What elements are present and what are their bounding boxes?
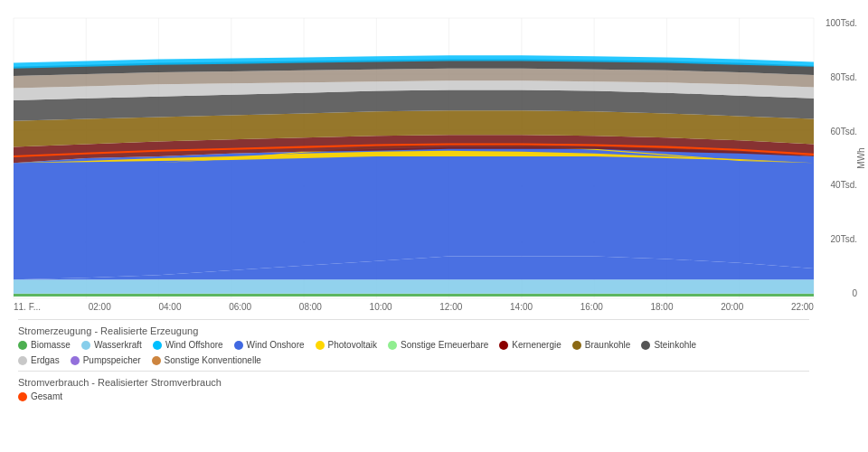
y-label-20: 20Tsd. (826, 234, 857, 244)
pumpspeicher-dot (71, 356, 80, 365)
legend-item-gesamt: Gesamt (18, 391, 62, 401)
generation-legend-items-row2: Erdgas Pumpspeicher Sonstige Konventione… (18, 355, 809, 365)
wasserkraft-dot (81, 341, 90, 350)
biomasse-dot (18, 341, 27, 350)
x-label-6: 12:00 (439, 302, 462, 312)
kernenergie-label: Kernenergie (512, 340, 561, 350)
biomasse-label: Biomasse (31, 340, 71, 350)
consumption-legend-items: Gesamt (18, 391, 809, 401)
legend-item-wind-onshore: Wind Onshore (234, 340, 305, 350)
x-label-10: 20:00 (721, 302, 743, 312)
kernenergie-dot (499, 341, 508, 350)
braunkohle-dot (572, 341, 581, 350)
y-label-40: 40Tsd. (826, 180, 857, 190)
x-label-7: 14:00 (510, 302, 533, 312)
x-axis: 11. F... 02:00 04:00 06:00 08:00 10:00 1… (14, 302, 814, 312)
legend-item-kernenergie: Kernenergie (499, 340, 561, 350)
photovoltaik-dot (316, 341, 325, 350)
x-label-3: 06:00 (229, 302, 251, 312)
braunkohle-label: Braunkohle (585, 340, 631, 350)
sonstige-konventionelle-dot (152, 356, 161, 365)
sonstige-erneuerbare-label: Sonstige Erneuerbare (401, 340, 488, 350)
steinkohle-dot (641, 341, 650, 350)
y-label-100: 100Tsd. (826, 18, 857, 28)
x-label-5: 10:00 (370, 302, 392, 312)
legend-item-steinkohle: Steinkohle (641, 340, 696, 350)
svg-marker-18 (14, 294, 814, 297)
y-axis: 100Tsd. 80Tsd. 60Tsd. 40Tsd. 20Tsd. 0 (826, 18, 857, 298)
y-label-60: 60Tsd. (826, 127, 857, 137)
erdgas-dot (18, 356, 27, 365)
legend-item-sonstige-erneuerbare: Sonstige Erneuerbare (388, 340, 488, 350)
legend-item-braunkohle: Braunkohle (572, 340, 631, 350)
legend-divider (18, 319, 809, 320)
wind-offshore-dot (153, 341, 162, 350)
x-label-9: 18:00 (650, 302, 673, 312)
svg-marker-19 (14, 279, 814, 294)
x-label-2: 04:00 (158, 302, 181, 312)
y-axis-unit: MWh (856, 147, 866, 168)
chart-container: 100Tsd. 80Tsd. 60Tsd. 40Tsd. 20Tsd. 0 MW… (0, 0, 868, 452)
pumpspeicher-label: Pumpspeicher (83, 355, 141, 365)
wasserkraft-label: Wasserkraft (94, 340, 142, 350)
consumption-legend-title: Stromverbrauch - Realisierter Stromverbr… (18, 377, 809, 388)
sonstige-erneuerbare-dot (388, 341, 397, 350)
gesamt-label: Gesamt (31, 391, 62, 401)
wind-onshore-dot (234, 341, 243, 350)
legend-item-erdgas: Erdgas (18, 355, 60, 365)
gesamt-dot (18, 392, 27, 401)
legend-item-wasserkraft: Wasserkraft (81, 340, 142, 350)
legend-section: Stromerzeugung - Realisierte Erzeugung B… (14, 319, 814, 401)
x-label-1: 02:00 (89, 302, 111, 312)
legend-item-pumpspeicher: Pumpspeicher (71, 355, 141, 365)
wind-onshore-label: Wind Onshore (247, 340, 305, 350)
x-label-0: 11. F... (14, 302, 41, 312)
generation-legend-items: Biomasse Wasserkraft Wind Offshore Wind … (18, 340, 809, 350)
chart-area: 100Tsd. 80Tsd. 60Tsd. 40Tsd. 20Tsd. 0 MW… (14, 18, 814, 298)
generation-legend-title: Stromerzeugung - Realisierte Erzeugung (18, 325, 809, 336)
y-label-80: 80Tsd. (826, 72, 857, 82)
legend-item-wind-offshore: Wind Offshore (153, 340, 223, 350)
consumption-divider (18, 371, 809, 372)
wind-offshore-label: Wind Offshore (165, 340, 223, 350)
steinkohle-label: Steinkohle (654, 340, 696, 350)
x-label-11: 22:00 (791, 302, 814, 312)
x-label-8: 16:00 (580, 302, 603, 312)
y-label-0: 0 (826, 288, 857, 298)
x-label-4: 08:00 (299, 302, 322, 312)
legend-item-photovoltaik: Photovoltaik (316, 340, 377, 350)
chart-svg (14, 18, 814, 298)
legend-item-sonstige-konventionelle: Sonstige Konventionelle (152, 355, 261, 365)
sonstige-konventionelle-label: Sonstige Konventionelle (165, 355, 261, 365)
legend-item-biomasse: Biomasse (18, 340, 71, 350)
erdgas-label: Erdgas (31, 355, 60, 365)
photovoltaik-label: Photovoltaik (328, 340, 377, 350)
